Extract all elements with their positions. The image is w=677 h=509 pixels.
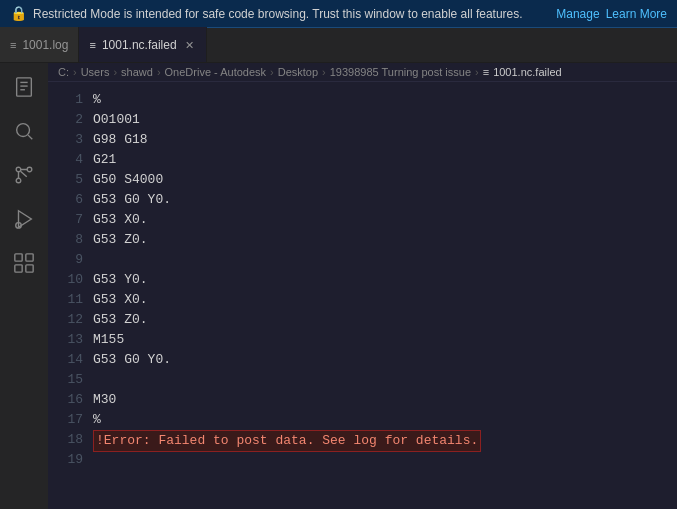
file-icon: ≡ [483, 66, 489, 78]
breadcrumb-onedrive: OneDrive - Autodesk [165, 66, 267, 78]
learn-more-link[interactable]: Learn More [606, 7, 667, 21]
code-line-16: M30 [93, 390, 677, 410]
line-number-7: 7 [48, 210, 83, 230]
line-number-15: 15 [48, 370, 83, 390]
line-number-4: 4 [48, 150, 83, 170]
code-editor[interactable]: 12345678910111213141516171819 %O01001G98… [48, 82, 677, 509]
code-line-4: G21 [93, 150, 677, 170]
code-line-8: G53 Z0. [93, 230, 677, 250]
breadcrumb-c: C: [58, 66, 69, 78]
svg-rect-14 [26, 265, 33, 272]
svg-point-4 [17, 124, 30, 137]
line-number-19: 19 [48, 450, 83, 470]
line-number-1: 1 [48, 90, 83, 110]
line-number-3: 3 [48, 130, 83, 150]
tab-bar: ≡ 1001.log ≡ 1001.nc.failed ✕ [0, 28, 677, 63]
line-number-9: 9 [48, 250, 83, 270]
line-number-13: 13 [48, 330, 83, 350]
line-number-2: 2 [48, 110, 83, 130]
svg-point-8 [16, 178, 21, 183]
sidebar-icon-run[interactable] [4, 199, 44, 239]
tab-icon: ≡ [89, 39, 95, 51]
code-line-18: !Error: Failed to post data. See log for… [93, 430, 677, 450]
sidebar-icon-extensions[interactable] [4, 243, 44, 283]
line-number-14: 14 [48, 350, 83, 370]
banner-message: Restricted Mode is intended for safe cod… [33, 7, 550, 21]
editor-main: C: › Users › shawd › OneDrive - Autodesk… [48, 63, 677, 509]
activity-bar [0, 63, 48, 509]
line-number-6: 6 [48, 190, 83, 210]
sidebar-icon-search[interactable] [4, 111, 44, 151]
breadcrumb-shawd: shawd [121, 66, 153, 78]
line-number-16: 16 [48, 390, 83, 410]
code-line-3: G98 G18 [93, 130, 677, 150]
breadcrumb-file: ≡ 1001.nc.failed [483, 66, 562, 78]
svg-rect-12 [26, 254, 33, 261]
breadcrumb: C: › Users › shawd › OneDrive - Autodesk… [48, 63, 677, 82]
tab-label: 1001.log [22, 38, 68, 52]
sidebar-icon-files[interactable] [4, 67, 44, 107]
svg-rect-11 [15, 254, 22, 261]
error-text: !Error: Failed to post data. See log for… [93, 430, 481, 452]
line-number-8: 8 [48, 230, 83, 250]
tab-label: 1001.nc.failed [102, 38, 177, 52]
line-number-11: 11 [48, 290, 83, 310]
line-number-12: 12 [48, 310, 83, 330]
manage-link[interactable]: Manage [556, 7, 599, 21]
breadcrumb-users: Users [81, 66, 110, 78]
code-line-2: O01001 [93, 110, 677, 130]
code-line-14: G53 G0 Y0. [93, 350, 677, 370]
restricted-mode-banner: 🔒 Restricted Mode is intended for safe c… [0, 0, 677, 28]
code-content: %O01001G98 G18G21G50 S4000G53 G0 Y0.G53 … [93, 82, 677, 509]
code-line-1: % [93, 90, 677, 110]
code-line-7: G53 X0. [93, 210, 677, 230]
line-number-10: 10 [48, 270, 83, 290]
line-number-18: 18 [48, 430, 83, 450]
code-line-11: G53 X0. [93, 290, 677, 310]
svg-rect-13 [15, 265, 22, 272]
line-numbers: 12345678910111213141516171819 [48, 82, 93, 509]
code-line-6: G53 G0 Y0. [93, 190, 677, 210]
code-line-5: G50 S4000 [93, 170, 677, 190]
code-line-12: G53 Z0. [93, 310, 677, 330]
breadcrumb-desktop: Desktop [278, 66, 318, 78]
breadcrumb-folder: 19398985 Turning post issue [330, 66, 471, 78]
svg-point-7 [27, 167, 32, 172]
code-line-19 [93, 450, 677, 470]
sidebar-icon-git[interactable] [4, 155, 44, 195]
tab-1001-nc-failed[interactable]: ≡ 1001.nc.failed ✕ [79, 27, 206, 62]
code-line-13: M155 [93, 330, 677, 350]
code-line-15 [93, 370, 677, 390]
code-line-10: G53 Y0. [93, 270, 677, 290]
line-number-5: 5 [48, 170, 83, 190]
tab-icon: ≡ [10, 39, 16, 51]
breadcrumb-filename: 1001.nc.failed [493, 66, 562, 78]
line-number-17: 17 [48, 410, 83, 430]
warning-icon: 🔒 [10, 5, 27, 22]
editor-container: C: › Users › shawd › OneDrive - Autodesk… [0, 63, 677, 509]
svg-point-6 [16, 167, 21, 172]
tab-close-button[interactable]: ✕ [183, 38, 196, 53]
tab-1001-log[interactable]: ≡ 1001.log [0, 27, 79, 62]
svg-line-5 [28, 135, 32, 139]
svg-rect-0 [17, 78, 32, 96]
code-line-9 [93, 250, 677, 270]
code-line-17: % [93, 410, 677, 430]
svg-marker-9 [19, 211, 32, 228]
